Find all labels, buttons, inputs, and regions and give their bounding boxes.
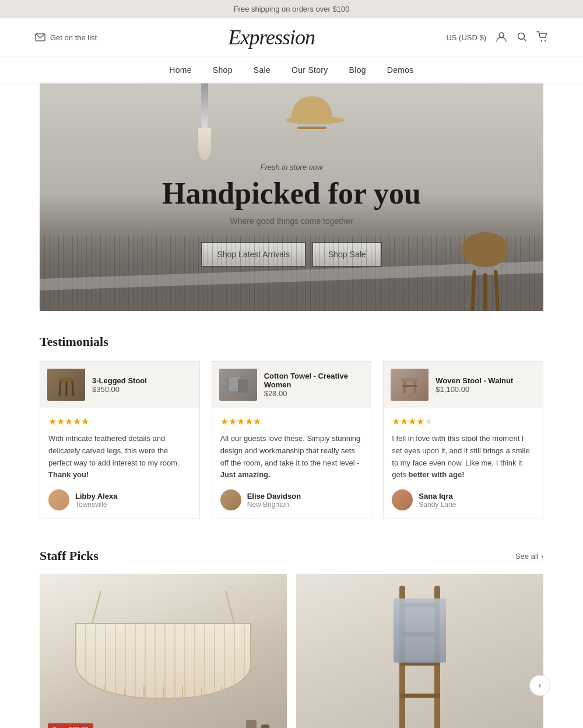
author-details-3: Sana Iqra Sandy Lane [419,492,456,509]
testimonial-text-1: With intricate feathered details and del… [48,433,191,481]
envelope-icon [35,33,45,41]
save-badge-1: Save $20.00 [48,723,93,728]
testimonial-card-2: Cotton Towel - Creative Women $28.00 ★★★… [212,361,372,519]
product-price-2: $28.00 [264,389,364,398]
author-avatar-3 [392,489,413,510]
testimonial-card-3: Woven Stool - Walnut $1,100.00 ★★★★★ I f… [383,361,543,519]
testimonial-body-3: ★★★★★ I fell in love with this stool the… [384,408,543,519]
product-thumb-stool-1 [47,369,85,401]
testimonial-author-1: Libby Alexa Townsville [48,489,191,510]
staff-pick-image-hammock: Save $20.00 [40,574,287,728]
currency-selector[interactable]: US (USD $) [446,33,486,42]
nav-blog[interactable]: Blog [349,65,366,75]
svg-line-7 [59,382,61,396]
staff-picks-header: Staff Picks See all › [40,548,543,564]
author-name-1: Libby Alexa [75,492,117,501]
product-name-1: 3-Legged Stool [92,376,192,385]
main-nav: Home Shop Sale Our Story Blog Demos [0,57,583,83]
staff-picks-section: Staff Picks See all › [0,542,583,728]
svg-rect-16 [402,385,417,387]
author-name-3: Sana Iqra [419,492,456,501]
hero-banner: Fresh in store now Handpicked for you Wh… [40,83,543,311]
svg-point-1 [499,33,504,37]
vase-decorations [246,720,269,728]
header-right: US (USD $) [446,31,548,44]
testimonial-text-2: All our guests love these. Simply stunni… [220,433,363,481]
stars-1: ★★★★★ [48,416,191,427]
svg-line-9 [72,382,73,396]
author-location-2: New Brighton [247,501,301,509]
staff-pick-image-ladder [296,574,543,728]
testimonial-author-3: Sana Iqra Sandy Lane [392,489,535,510]
svg-line-3 [524,38,526,41]
author-avatar-2 [220,489,241,510]
hero-subtitle: Fresh in store now [162,163,421,172]
product-thumb-stool-3 [391,369,429,401]
header: Get on the list Expression US (USD $) [0,18,583,57]
author-avatar-1 [48,489,69,510]
svg-rect-12 [238,379,248,393]
hammock-illustration [40,574,287,728]
product-price-1: $350.00 [92,385,192,394]
testimonial-author-2: Elise Davidson New Brighton [220,489,363,510]
nav-our-story[interactable]: Our Story [292,65,328,75]
testimonial-body-1: ★★★★★ With intricate feathered details a… [40,408,199,519]
testimonial-card-1: 3-Legged Stool $350.00 ★★★★★ With intric… [40,361,200,519]
testimonial-product-3: Woven Stool - Walnut $1,100.00 [384,362,543,408]
author-location-3: Sandy Lane [419,501,456,509]
testimonials-title: Testimonials [40,334,543,349]
product-info-1: 3-Legged Stool $350.00 [92,376,192,394]
user-icon[interactable] [496,31,507,44]
svg-point-4 [541,40,542,41]
testimonial-product-2: Cotton Towel - Creative Women $28.00 [212,362,371,408]
testimonial-text-3: I fell in love with this stool the momen… [392,433,535,481]
author-location-1: Townsville [75,501,117,509]
svg-rect-15 [414,382,416,393]
nav-home[interactable]: Home [169,65,192,75]
product-name-3: Woven Stool - Walnut [436,376,536,385]
svg-point-5 [545,40,546,41]
nav-demos[interactable]: Demos [387,65,414,75]
product-name-2: Cotton Towel - Creative Women [264,372,364,389]
stars-2: ★★★★★ [220,416,363,427]
staff-picks-title: Staff Picks [40,548,99,564]
hero-description: Where good things come together [162,216,421,226]
staff-picks-next-button[interactable]: › [529,675,550,696]
product-thumb-towel-2 [219,369,257,401]
testimonials-grid: 3-Legged Stool $350.00 ★★★★★ With intric… [40,361,543,519]
staff-picks-grid: Save $20.00 Woven Cotton Hammock $100.00… [40,574,543,728]
testimonial-body-2: ★★★★★ All our guests love these. Simply … [212,408,371,519]
hero-stool-decoration [462,232,508,311]
svg-rect-13 [401,378,419,382]
svg-point-2 [518,33,525,39]
search-icon[interactable] [517,32,527,44]
stars-3: ★★★★★ [392,416,535,427]
chevron-right-icon: › [541,552,543,561]
newsletter-label[interactable]: Get on the list [50,33,97,42]
cart-icon[interactable] [536,31,548,44]
hero-hat-decoration [286,96,338,129]
nav-sale[interactable]: Sale [254,65,271,75]
ladder-illustration [296,574,543,728]
staff-pick-card-2: Selvedge Linens - Karin Carlander From $… [296,574,543,728]
product-info-3: Woven Stool - Walnut $1,100.00 [436,376,536,394]
logo[interactable]: Expression [228,25,315,50]
see-all-button[interactable]: See all › [515,552,543,561]
testimonial-product-1: 3-Legged Stool $350.00 [40,362,199,408]
banner-text: Free shipping on orders over $100 [234,5,350,13]
hero-lamp-decoration [198,83,211,160]
top-banner: Free shipping on orders over $100 [0,0,583,18]
nav-shop[interactable]: Shop [213,65,233,75]
hero-title: Handpicked for you [162,176,421,211]
staff-pick-card-1: Save $20.00 Woven Cotton Hammock $100.00… [40,574,287,728]
author-details-2: Elise Davidson New Brighton [247,492,301,509]
product-price-3: $1,100.00 [436,385,536,394]
svg-rect-14 [403,382,406,393]
author-details-1: Libby Alexa Townsville [75,492,117,509]
product-info-2: Cotton Towel - Creative Women $28.00 [264,372,364,398]
header-left: Get on the list [35,33,97,42]
testimonials-section: Testimonials 3-Legged Stool $350.00 [0,311,583,542]
author-name-2: Elise Davidson [247,492,301,501]
